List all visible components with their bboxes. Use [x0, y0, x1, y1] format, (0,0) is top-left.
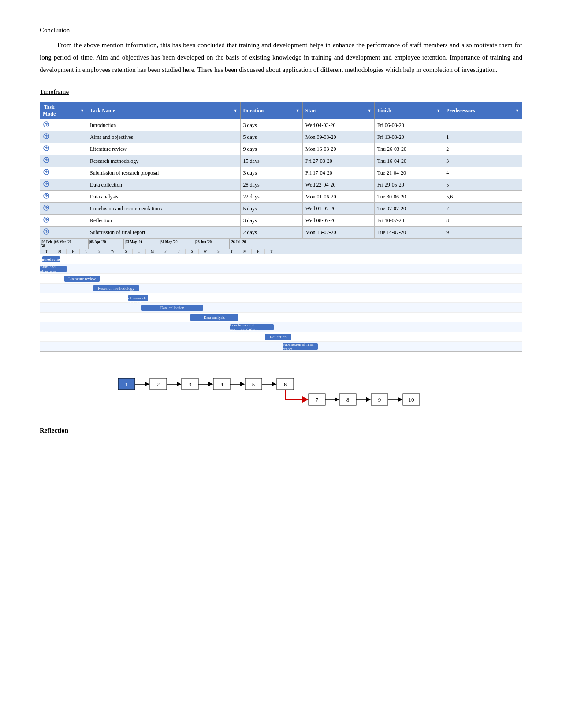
gantt-row-5: Submission of research proposal [40, 293, 522, 303]
node-label-2: 2 [156, 381, 160, 388]
task-duration-cell-5: 3 days [240, 167, 302, 179]
gantt-bar-submission-research: Submission of research proposal [128, 295, 148, 301]
gantt-bar-submission-final: Submission of final report [283, 343, 318, 350]
node-label-5: 5 [252, 381, 255, 388]
gantt-bar-literature: Literature review [64, 276, 100, 282]
task-start-cell-2: Mon 09-03-20 [302, 131, 374, 143]
node-label-4: 4 [220, 381, 223, 388]
task-name-cell-1: Introduction [87, 119, 240, 131]
task-duration-cell-8: 5 days [240, 203, 302, 215]
gantt-bars-container: Introduction Aims and objectives Literat… [40, 254, 522, 351]
task-finish-cell-5: Tue 21-04-20 [374, 167, 443, 179]
task-pred-cell-3: 2 [443, 143, 522, 155]
gantt-date-header-4: |03 May '20 [124, 239, 159, 249]
task-finish-cell-4: Thu 16-04-20 [374, 155, 443, 167]
task-mode-cell-6 [40, 179, 87, 191]
day-s3: S [186, 249, 199, 254]
task-finish-cell-3: Thu 26-03-20 [374, 143, 443, 155]
network-svg: 1 2 3 4 5 6 [109, 365, 453, 418]
task-pred-cell-5: 4 [443, 167, 522, 179]
gantt-row-6: Data collection [40, 303, 522, 313]
timeframe-heading: Timeframe [40, 88, 522, 96]
day-w2: W [199, 249, 212, 254]
day-t2: T [80, 249, 93, 254]
task-name-cell-8: Conclusion and recommendations [87, 203, 240, 215]
gantt-row-1: Introduction [40, 254, 522, 264]
task-start-cell-5: Fri 17-04-20 [302, 167, 374, 179]
gantt-date-header-2: |08 Mar '20 [53, 239, 89, 249]
task-start-cell-4: Fri 27-03-20 [302, 155, 374, 167]
task-mode-cell-2 [40, 131, 87, 143]
task-mode-icon-5 [43, 168, 50, 175]
gantt-date-header-7: |26 Jul '20 [230, 239, 265, 249]
node-label-1: 1 [125, 381, 128, 388]
node-label-3: 3 [188, 381, 191, 388]
task-pred-cell-1 [443, 119, 522, 131]
task-mode-icon-7 [43, 192, 50, 199]
task-mode-cell-10 [40, 227, 87, 239]
task-duration-cell-10: 2 days [240, 227, 302, 239]
node-label-10: 10 [408, 396, 414, 403]
gantt-table: TaskMode ▼ Task Name ▼ Duration ▼ Start … [40, 102, 522, 239]
task-name-cell-4: Research methodology [87, 155, 240, 167]
task-name-cell-2: Aims and objectives [87, 131, 240, 143]
task-name-cell-7: Data analysis [87, 191, 240, 203]
filter-icon-duration[interactable]: ▼ [296, 108, 300, 113]
gantt-bar-research: Research methodology [93, 285, 139, 291]
gantt-row-4: Research methodology [40, 284, 522, 293]
filter-icon-start[interactable]: ▼ [368, 108, 372, 113]
task-mode-icon-3 [43, 145, 50, 152]
task-mode-icon-8 [43, 204, 50, 211]
task-pred-cell-6: 5 [443, 179, 522, 191]
task-finish-cell-9: Fri 10-07-20 [374, 215, 443, 227]
task-mode-icon-10 [43, 228, 50, 235]
task-finish-cell-2: Fri 13-03-20 [374, 131, 443, 143]
reflection-section: Reflection [40, 427, 522, 434]
task-name-cell-10: Submission of final report [87, 227, 240, 239]
gantt-chart-area: |09 Feb '20 |08 Mar '20 |05 Apr '20 |03 … [40, 239, 522, 352]
task-finish-cell-7: Tue 30-06-20 [374, 191, 443, 203]
gantt-bar-aims: Aims and objectives [40, 266, 67, 272]
task-duration-cell-7: 22 days [240, 191, 302, 203]
task-start-cell-3: Mon 16-03-20 [302, 143, 374, 155]
task-pred-cell-8: 7 [443, 203, 522, 215]
task-start-cell-8: Wed 01-07-20 [302, 203, 374, 215]
col-header-task-mode: TaskMode ▼ [40, 102, 87, 119]
task-duration-cell-6: 28 days [240, 179, 302, 191]
task-finish-cell-1: Fri 06-03-20 [374, 119, 443, 131]
task-mode-icon-4 [43, 157, 50, 164]
col-header-duration: Duration ▼ [240, 102, 302, 119]
task-finish-cell-6: Fri 29-05-20 [374, 179, 443, 191]
col-header-task-name: Task Name ▼ [87, 102, 240, 119]
task-mode-cell-9 [40, 215, 87, 227]
day-w1: W [106, 249, 119, 254]
day-s1: S [93, 249, 106, 254]
day-t5: T [225, 249, 238, 254]
filter-icon-finish[interactable]: ▼ [436, 108, 440, 113]
filter-icon-task-mode[interactable]: ▼ [80, 108, 84, 113]
day-m1: M [53, 249, 67, 254]
task-pred-cell-10: 9 [443, 227, 522, 239]
node-label-9: 9 [378, 396, 381, 403]
task-start-cell-7: Mon 01-06-20 [302, 191, 374, 203]
task-mode-cell-7 [40, 191, 87, 203]
conclusion-heading: Conclusion [40, 26, 522, 34]
filter-icon-predecessors[interactable]: ▼ [515, 108, 519, 113]
task-name-cell-6: Data collection [87, 179, 240, 191]
day-f1: F [67, 249, 80, 254]
gantt-row-8: Conclusion and recommendations [40, 322, 522, 332]
day-s2: S [119, 249, 133, 254]
task-mode-cell-8 [40, 203, 87, 215]
task-mode-cell-3 [40, 143, 87, 155]
filter-icon-task-name[interactable]: ▼ [234, 108, 238, 113]
task-name-cell-9: Reflection [87, 215, 240, 227]
task-finish-cell-10: Tue 14-07-20 [374, 227, 443, 239]
gantt-date-header-5: |31 May '20 [159, 239, 194, 249]
task-pred-cell-7: 5,6 [443, 191, 522, 203]
gantt-row-10: Submission of final report [40, 342, 522, 351]
task-duration-cell-1: 3 days [240, 119, 302, 131]
conclusion-body: From the above mention information, this… [40, 39, 522, 76]
col-header-predecessors: Predecessors ▼ [443, 102, 522, 119]
day-f2: F [159, 249, 172, 254]
node-label-6: 6 [283, 381, 287, 388]
